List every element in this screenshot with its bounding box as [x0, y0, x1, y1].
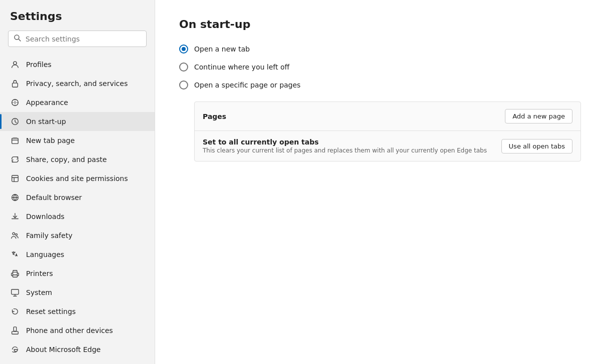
- sidebar-item-label: Languages: [26, 250, 64, 258]
- sidebar-item-cookies[interactable]: Cookies and site permissions: [0, 169, 155, 188]
- radio-continue[interactable]: [179, 62, 188, 72]
- svg-rect-11: [13, 275, 18, 278]
- svg-point-9: [13, 232, 15, 235]
- radio-label-continue: Continue where you left off: [194, 63, 289, 71]
- sidebar-item-reset-settings[interactable]: Reset settings: [0, 302, 155, 321]
- privacy-icon: [10, 78, 20, 88]
- sidebar-item-new-tab[interactable]: New tab page: [0, 131, 155, 150]
- sidebar-item-on-startup[interactable]: On start-up: [0, 112, 155, 131]
- sidebar-item-label: Printers: [26, 270, 53, 278]
- profile-icon: [10, 60, 20, 70]
- sidebar-item-share-copy[interactable]: Share, copy, and paste: [0, 150, 155, 169]
- sidebar-item-phone-devices[interactable]: Phone and other devices: [0, 321, 155, 340]
- sidebar-item-label: Downloads: [26, 212, 65, 220]
- sidebar-item-about-edge[interactable]: About Microsoft Edge: [0, 340, 155, 359]
- svg-point-10: [16, 234, 18, 236]
- pages-section: Pages Add a new page Set to all currentl…: [194, 102, 581, 162]
- set-open-tabs-row: Set to all currently open tabs This clea…: [195, 131, 580, 161]
- set-open-tabs-label: Set to all currently open tabs: [203, 138, 487, 146]
- cookies-icon: [10, 174, 20, 184]
- pages-row: Pages Add a new page: [195, 102, 580, 131]
- sidebar-item-label: Default browser: [26, 194, 82, 202]
- browser-icon: [10, 192, 20, 202]
- printers-icon: [10, 268, 20, 278]
- svg-rect-7: [12, 176, 19, 182]
- sidebar-item-system[interactable]: System: [0, 283, 155, 302]
- svg-point-4: [12, 100, 19, 106]
- sidebar-item-label: Cookies and site permissions: [26, 174, 128, 182]
- svg-point-2: [14, 62, 17, 64]
- set-open-tabs-desc: This clears your current list of pages a…: [203, 147, 487, 154]
- radio-new-tab[interactable]: [179, 44, 188, 54]
- search-icon: [14, 34, 22, 44]
- share-icon: [10, 154, 20, 164]
- family-icon: [10, 230, 20, 240]
- downloads-icon: [10, 212, 20, 222]
- radio-option-continue[interactable]: Continue where you left off: [179, 62, 581, 72]
- svg-rect-14: [12, 332, 19, 334]
- startup-options: Open a new tab Continue where you left o…: [179, 44, 581, 90]
- sidebar-item-label: Phone and other devices: [26, 326, 113, 334]
- sidebar-item-family-safety[interactable]: Family safety: [0, 226, 155, 245]
- radio-specific[interactable]: [179, 80, 188, 90]
- svg-rect-12: [12, 290, 19, 294]
- sidebar-item-label: Reset settings: [26, 308, 76, 316]
- sidebar-item-default-browser[interactable]: Default browser: [0, 188, 155, 207]
- sidebar-item-label: Profiles: [26, 60, 52, 68]
- use-all-open-tabs-button[interactable]: Use all open tabs: [501, 139, 572, 154]
- sidebar-item-appearance[interactable]: Appearance: [0, 93, 155, 112]
- sidebar-item-label: Family safety: [26, 232, 73, 240]
- pages-label: Pages: [203, 112, 226, 120]
- sidebar-item-privacy[interactable]: Privacy, search, and services: [0, 74, 155, 93]
- sidebar-item-label: Share, copy, and paste: [26, 156, 107, 164]
- radio-label-specific: Open a specific page or pages: [194, 81, 301, 89]
- newtab-icon: [10, 136, 20, 146]
- sidebar-item-label: On start-up: [26, 118, 66, 126]
- sidebar-item-languages[interactable]: Languages: [0, 245, 155, 264]
- svg-rect-6: [12, 138, 19, 144]
- sidebar-item-downloads[interactable]: Downloads: [0, 207, 155, 226]
- sidebar-item-label: Appearance: [26, 98, 68, 106]
- add-new-page-button[interactable]: Add a new page: [505, 109, 572, 124]
- page-title: On start-up: [179, 18, 581, 30]
- sidebar-item-label: System: [26, 288, 52, 296]
- sidebar-item-printers[interactable]: Printers: [0, 264, 155, 283]
- appearance-icon: [10, 98, 20, 108]
- svg-rect-3: [13, 83, 18, 87]
- phone-icon: [10, 326, 20, 336]
- sidebar-item-label: Privacy, search, and services: [26, 80, 128, 88]
- radio-label-new-tab: Open a new tab: [194, 45, 250, 53]
- settings-title: Settings: [0, 10, 155, 30]
- set-open-tabs-info: Set to all currently open tabs This clea…: [203, 138, 487, 154]
- svg-point-0: [15, 35, 19, 40]
- svg-line-1: [19, 40, 21, 42]
- system-icon: [10, 288, 20, 298]
- radio-option-specific[interactable]: Open a specific page or pages: [179, 80, 581, 90]
- languages-icon: [10, 250, 20, 260]
- main-content: On start-up Open a new tab Continue wher…: [155, 0, 605, 364]
- search-box-wrap: [0, 30, 155, 55]
- radio-option-new-tab[interactable]: Open a new tab: [179, 44, 581, 54]
- sidebar-item-profiles[interactable]: Profiles: [0, 55, 155, 74]
- edge-icon: [10, 344, 20, 354]
- search-input[interactable]: [26, 35, 141, 43]
- sidebar: Settings Profiles: [0, 0, 155, 364]
- reset-icon: [10, 306, 20, 316]
- sidebar-item-label: About Microsoft Edge: [26, 346, 101, 354]
- search-box[interactable]: [8, 30, 147, 47]
- sidebar-item-label: New tab page: [26, 136, 75, 144]
- startup-icon: [10, 116, 20, 126]
